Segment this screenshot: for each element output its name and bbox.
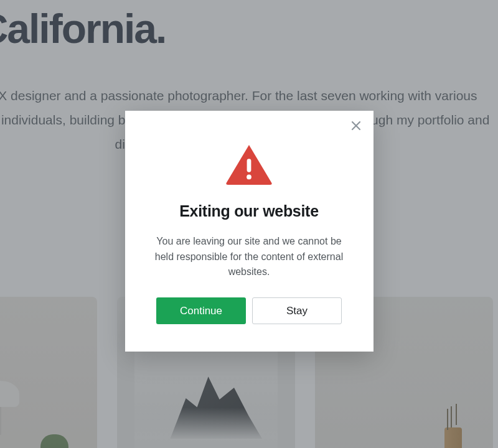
exit-confirmation-modal: Exiting our website You are leaving our … [125,111,374,352]
close-button[interactable] [349,119,364,134]
close-icon [351,121,361,133]
warning-icon [141,144,357,186]
modal-overlay[interactable]: Exiting our website You are leaving our … [0,0,498,448]
modal-actions: Continue Stay [141,297,357,324]
modal-body-text: You are leaving our site and we cannot b… [141,234,357,280]
svg-rect-2 [247,159,251,172]
continue-button[interactable]: Continue [156,297,246,324]
stay-button[interactable]: Stay [252,297,342,324]
svg-point-3 [247,174,251,179]
modal-title: Exiting our website [141,202,357,220]
